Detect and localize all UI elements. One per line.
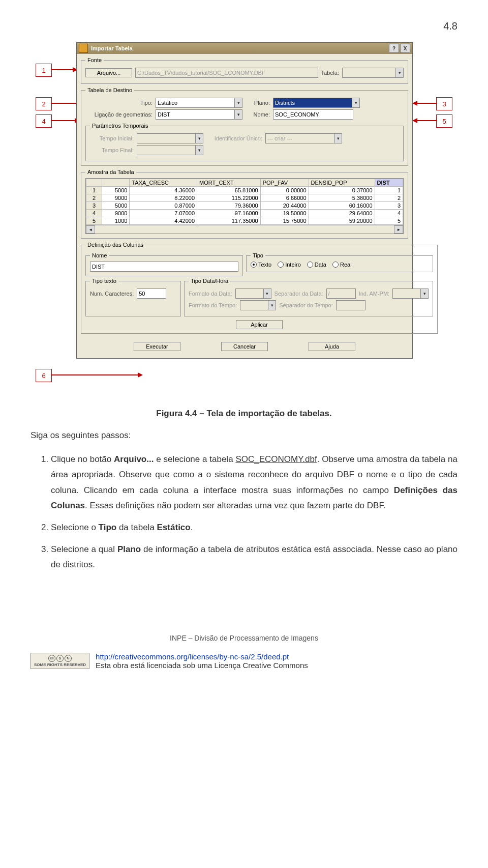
septempo-input <box>336 300 365 310</box>
text: . Essas definições não podem ser alterad… <box>85 501 386 510</box>
defcol-nome-legend: Nome <box>90 252 109 258</box>
ligacao-select[interactable]: DIST <box>156 109 242 120</box>
col-header[interactable]: DENSID_POP <box>309 179 375 187</box>
table-cell: 97.16000 <box>197 210 261 217</box>
temporais-legend: Parâmetros Temporais <box>90 123 150 129</box>
col-header[interactable]: MORT_CEXT <box>197 179 261 187</box>
indampm-select <box>392 288 429 299</box>
radio-label: Real <box>340 262 352 268</box>
cc-footer: cc $ ↻ SOME RIGHTS RESERVED http://creat… <box>30 652 458 670</box>
table-cell: 29.64000 <box>309 210 375 217</box>
table-cell: 60.16000 <box>309 202 375 210</box>
table-cell: 65.81000 <box>197 187 261 194</box>
table-cell: 8.22000 <box>130 194 197 202</box>
titlebar: Importar Tabela ? X <box>77 43 412 54</box>
plano-label: Plano: <box>246 100 270 106</box>
row-header[interactable]: 2 <box>86 194 102 202</box>
radio-inteiro[interactable]: Inteiro <box>278 262 301 268</box>
row-header[interactable]: 5 <box>86 217 102 225</box>
row-header[interactable]: 4 <box>86 210 102 217</box>
ligacao-label: Ligação de geometrias: <box>85 111 152 118</box>
defcol-group: Definição das Colunas Nome DIST Tipo Tex… <box>81 242 438 334</box>
table-cell: 19.50000 <box>260 210 309 217</box>
help-button[interactable]: ? <box>389 44 399 53</box>
table-cell: 5.38000 <box>309 194 375 202</box>
table-cell: 15.75000 <box>260 217 309 225</box>
scroll-left-icon[interactable]: ◂ <box>86 225 95 234</box>
tipo-select[interactable]: Estático <box>156 98 242 108</box>
amostra-legend: Amostra da Tabela <box>85 169 136 175</box>
screenshot-wrapper: 1 2 4 3 5 6 Importar Tabela ? X Fonte Ar… <box>36 42 452 393</box>
cc-circle-icon: cc <box>48 655 55 662</box>
table-cell: 117.35000 <box>197 217 261 225</box>
nome-input[interactable]: SOC_ECONOMY <box>273 109 353 120</box>
corner-cell <box>86 179 102 187</box>
cc-link[interactable]: http://creativecommons.org/licenses/by-n… <box>96 652 289 661</box>
text-bold: Arquivo... <box>114 454 154 464</box>
h-scrollbar[interactable]: ◂ ▸ <box>86 225 403 234</box>
indampm-label: Ind. AM-PM: <box>359 291 390 297</box>
row-header[interactable]: 1 <box>86 187 102 194</box>
tabela-select[interactable] <box>342 68 404 78</box>
cc-circle-icon: $ <box>56 655 64 662</box>
text: da tabela <box>116 523 157 532</box>
formtempo-label: Formato do Tempo: <box>189 302 237 308</box>
dialog-title: Importar Tabela <box>91 45 389 51</box>
radio-data[interactable]: Data <box>307 262 326 268</box>
table-cell: 1 <box>375 187 403 194</box>
table-cell: 115.22000 <box>197 194 261 202</box>
footer-inst: INPE – Divisão de Processamento de Image… <box>30 634 458 642</box>
defcol-nome-group: Nome DIST <box>85 252 243 276</box>
table-cell: 4 <box>375 210 403 217</box>
executar-button[interactable]: Executar <box>134 342 180 351</box>
table-cell: 0.37000 <box>309 187 375 194</box>
sepdata-label: Separador da Data: <box>274 291 323 297</box>
text-bold: Tipo <box>99 523 117 532</box>
cancelar-button[interactable]: Cancelar <box>221 342 268 351</box>
tipotexto-group: Tipo texto Num. Caracteres: 50 <box>85 278 181 316</box>
table-cell: 0.87000 <box>130 202 197 210</box>
table-cell: 0.00000 <box>260 187 309 194</box>
text: Selecione a qual <box>51 544 117 554</box>
tipodata-legend: Tipo Data/Hora <box>189 278 230 284</box>
table-cell: 9000 <box>102 210 130 217</box>
tfim-select <box>137 145 203 155</box>
step-2: Selecione o Tipo da tabela Estático. <box>51 520 458 536</box>
tini-select <box>137 133 203 143</box>
page-number: 4.8 <box>30 20 458 32</box>
defcol-tipo-group: Tipo Texto Inteiro Data Real <box>246 252 433 272</box>
import-table-dialog: Importar Tabela ? X Fonte Arquivo... C:/… <box>76 42 413 359</box>
cc-line2: Esta obra está licenciada sob uma Licenç… <box>96 661 308 670</box>
step-1: Clique no botão Arquivo... e selecione a… <box>51 452 458 514</box>
aplicar-button[interactable]: Aplicar <box>236 320 283 329</box>
plano-select[interactable]: Districts <box>273 98 360 108</box>
figure-caption: Figura 4.4 – Tela de importação de tabel… <box>30 409 458 419</box>
ajuda-button[interactable]: Ajuda <box>309 342 355 351</box>
app-icon <box>79 44 88 53</box>
defcol-legend: Definição das Colunas <box>85 242 145 248</box>
hidden-col-header[interactable] <box>102 179 130 187</box>
table-cell: 4.36000 <box>130 187 197 194</box>
radio-label: Texto <box>258 262 271 268</box>
text: Selecione o <box>51 523 99 532</box>
text: . <box>191 523 193 532</box>
fonte-legend: Fonte <box>85 57 104 63</box>
table-cell: 59.20000 <box>309 217 375 225</box>
arquivo-button[interactable]: Arquivo... <box>85 68 132 77</box>
col-header[interactable]: TAXA_CRESC <box>130 179 197 187</box>
cc-circle-icon: ↻ <box>65 655 72 662</box>
table-cell: 5000 <box>102 202 130 210</box>
radio-texto[interactable]: Texto <box>251 262 271 268</box>
table-cell: 6.66000 <box>260 194 309 202</box>
radio-real[interactable]: Real <box>332 262 352 268</box>
scroll-right-icon[interactable]: ▸ <box>394 225 403 234</box>
row-header[interactable]: 3 <box>86 202 102 210</box>
numcar-input[interactable]: 50 <box>137 288 166 299</box>
close-button[interactable]: X <box>400 44 410 53</box>
tipodata-group: Tipo Data/Hora Formato da Data: Separado… <box>184 278 433 316</box>
defcol-nome-input[interactable]: DIST <box>90 262 238 272</box>
cc-badge: cc $ ↻ SOME RIGHTS RESERVED <box>30 653 89 669</box>
col-header-selected[interactable]: DIST <box>375 179 403 187</box>
col-header[interactable]: POP_FAV <box>260 179 309 187</box>
table-cell: 4.42000 <box>130 217 197 225</box>
